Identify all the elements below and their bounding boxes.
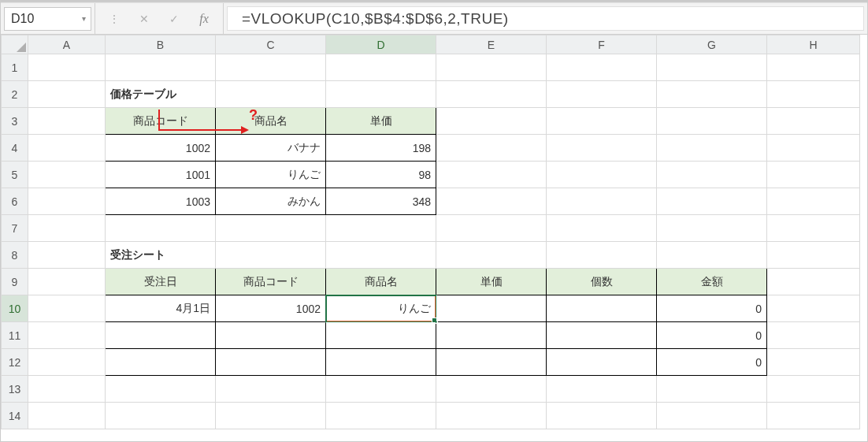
cell-A7[interactable] [28,215,106,242]
row-header-14[interactable]: 14 [2,403,28,429]
cell-A14[interactable] [28,403,106,429]
cell-C12[interactable] [216,349,326,376]
cell-C9[interactable]: 商品コード [216,269,326,295]
cell-A12[interactable] [28,349,106,376]
cell-F1[interactable] [547,54,657,81]
cell-F4[interactable] [547,135,657,162]
row-header-2[interactable]: 2 [2,81,28,108]
cell-D11[interactable] [326,322,436,349]
cell-H13[interactable] [767,376,860,403]
cell-H5[interactable] [767,162,860,188]
cell-E5[interactable] [436,162,547,188]
cell-H9[interactable] [767,269,860,295]
cell-A3[interactable] [28,108,106,135]
cell-D7[interactable] [326,215,436,242]
row-header-3[interactable]: 3 [2,108,28,135]
cell-G6[interactable] [657,188,767,215]
cell-G2[interactable] [657,81,767,108]
formula-input[interactable]: =VLOOKUP(C10,$B$4:$D$6,2,TRUE) [227,6,864,31]
cell-D1[interactable] [326,54,436,81]
cell-F9[interactable]: 個数 [547,269,657,295]
cell-G9[interactable]: 金額 [657,269,767,295]
cell-D8[interactable] [326,242,436,269]
cell-B13[interactable] [106,376,216,403]
cell-H10[interactable] [767,295,860,322]
cell-B6[interactable]: 1003 [106,188,216,215]
cell-B12[interactable] [106,349,216,376]
cell-A2[interactable] [28,81,106,108]
cell-D5[interactable]: 98 [326,162,436,188]
cell-F8[interactable] [547,242,657,269]
cell-B3[interactable]: 商品コード [106,108,216,135]
col-header-C[interactable]: C [216,35,326,54]
cell-F10[interactable] [547,295,657,322]
cell-D2[interactable] [326,81,436,108]
col-header-E[interactable]: E [436,35,547,54]
cell-B4[interactable]: 1002 [106,135,216,162]
cell-A11[interactable] [28,322,106,349]
row-header-12[interactable]: 12 [2,349,28,376]
cell-C3[interactable]: 商品名 [216,108,326,135]
cancel-icon[interactable]: ✕ [136,11,152,27]
cell-H7[interactable] [767,215,860,242]
cell-E12[interactable] [436,349,547,376]
cell-A8[interactable] [28,242,106,269]
cell-B11[interactable] [106,322,216,349]
cell-D12[interactable] [326,349,436,376]
row-header-11[interactable]: 11 [2,322,28,349]
name-box[interactable]: D10 ▾ [4,7,91,31]
select-all-corner[interactable] [2,35,28,54]
cell-A9[interactable] [28,269,106,295]
cell-F3[interactable] [547,108,657,135]
cell-C6[interactable]: みかん [216,188,326,215]
cell-C2[interactable] [216,81,326,108]
cell-G13[interactable] [657,376,767,403]
cell-D14[interactable] [326,403,436,429]
cell-A10[interactable] [28,295,106,322]
cell-G1[interactable] [657,54,767,81]
col-header-H[interactable]: H [767,35,860,54]
cell-B9[interactable]: 受注日 [106,269,216,295]
cell-A4[interactable] [28,135,106,162]
cell-F12[interactable] [547,349,657,376]
cell-B7[interactable] [106,215,216,242]
row-header-4[interactable]: 4 [2,135,28,162]
cell-C10[interactable]: 1002 [216,295,326,322]
cell-D4[interactable]: 198 [326,135,436,162]
cell-C13[interactable] [216,376,326,403]
col-header-B[interactable]: B [106,35,216,54]
cell-D6[interactable]: 348 [326,188,436,215]
cell-H3[interactable] [767,108,860,135]
cell-B14[interactable] [106,403,216,429]
cell-F5[interactable] [547,162,657,188]
cell-D9[interactable]: 商品名 [326,269,436,295]
cell-G3[interactable] [657,108,767,135]
cell-B10[interactable]: 4月1日 [106,295,216,322]
cell-H12[interactable] [767,349,860,376]
cell-D3[interactable]: 単価 [326,108,436,135]
cell-G4[interactable] [657,135,767,162]
cell-A13[interactable] [28,376,106,403]
col-header-G[interactable]: G [657,35,767,54]
cell-C5[interactable]: りんご [216,162,326,188]
cell-E7[interactable] [436,215,547,242]
cell-A1[interactable] [28,54,106,81]
cell-C11[interactable] [216,322,326,349]
cell-H2[interactable] [767,81,860,108]
cell-G11[interactable]: 0 [657,322,767,349]
row-header-1[interactable]: 1 [2,54,28,81]
cell-B2[interactable]: 価格テーブル [106,81,216,108]
cell-G8[interactable] [657,242,767,269]
cell-E3[interactable] [436,108,547,135]
cell-F11[interactable] [547,322,657,349]
row-header-10[interactable]: 10 [2,295,28,322]
cell-H8[interactable] [767,242,860,269]
cell-F2[interactable] [547,81,657,108]
cell-H14[interactable] [767,403,860,429]
cell-C4[interactable]: バナナ [216,135,326,162]
worksheet-grid[interactable]: A B C D E F G H 1 2 価格テーブル 3 商品コード [1,35,867,429]
col-header-A[interactable]: A [28,35,106,54]
cell-B8[interactable]: 受注シート [106,242,216,269]
cell-F13[interactable] [547,376,657,403]
cell-H1[interactable] [767,54,860,81]
